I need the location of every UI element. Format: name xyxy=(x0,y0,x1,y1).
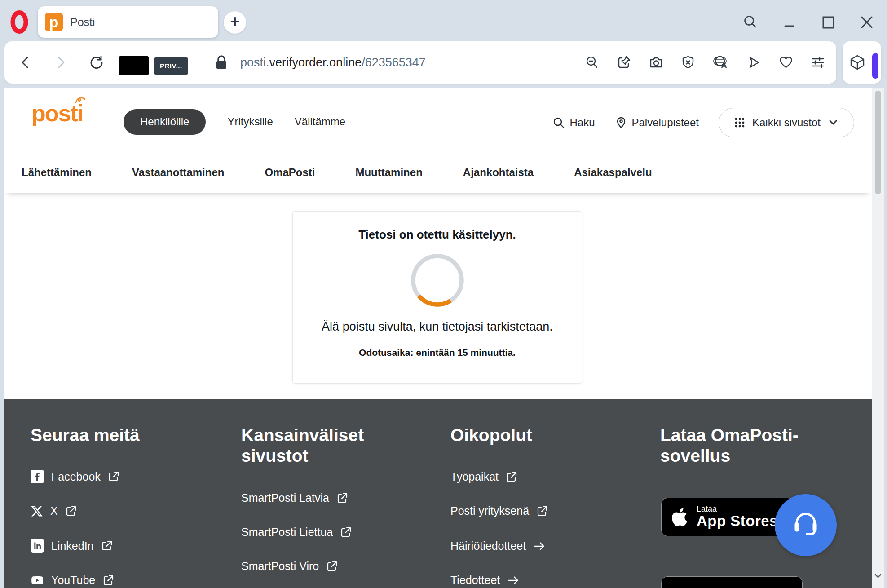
footer-link-linkedin[interactable]: LinkedIn xyxy=(31,539,113,553)
nav-muuttaminen[interactable]: Muuttaminen xyxy=(355,166,422,179)
site-footer: Seuraa meitä Kansainväliset sivustot Oik… xyxy=(4,399,872,588)
new-tab-button[interactable]: + xyxy=(224,11,246,34)
facebook-icon xyxy=(31,470,44,483)
reload-icon[interactable] xyxy=(88,54,105,71)
footer-link-posti-yrityksena[interactable]: Posti yrityksenä xyxy=(450,504,548,517)
nav-omaposti[interactable]: OmaPosti xyxy=(265,166,315,179)
arrow-right-icon xyxy=(507,575,520,586)
search-link[interactable]: Haku xyxy=(552,116,595,129)
tab-valitamme[interactable]: Välitämme xyxy=(295,115,345,128)
linkedin-icon xyxy=(31,539,44,553)
opera-window: { "browser": { "tab": { "title": "Posti"… xyxy=(0,0,887,588)
x-label: X xyxy=(50,504,58,517)
site-header: posti Henkilöille Yrityksille Välitämme … xyxy=(4,88,872,193)
footer-heading-app: Lataa OmaPosti-sovellus xyxy=(660,425,822,466)
flow-send-icon[interactable] xyxy=(746,55,761,70)
shield-blocked-icon[interactable] xyxy=(680,55,696,70)
tab-yrityksille[interactable]: Yrityksille xyxy=(227,115,273,128)
external-link-icon xyxy=(108,471,119,482)
appstore-large-text: App Stores xyxy=(697,513,778,529)
linkedin-label: LinkedIn xyxy=(51,539,94,553)
sidebar-panel-box xyxy=(843,41,881,84)
scrollbar-down-arrow[interactable] xyxy=(874,573,882,579)
tiedotteet-label: Tiedotteet xyxy=(450,574,500,587)
external-link-icon xyxy=(536,505,548,517)
chat-support-button[interactable] xyxy=(775,494,837,556)
nav-lahettaminen[interactable]: Lähettäminen xyxy=(22,166,92,179)
footer-link-smartposti-viro[interactable]: SmartPosti Viro xyxy=(241,560,338,573)
hairiotiedotteet-label: Häiriötiedotteet xyxy=(450,539,526,553)
browser-tab[interactable]: p Posti xyxy=(38,6,218,38)
processing-warning: Älä poistu sivulta, kun tietojasi tarkis… xyxy=(293,320,582,334)
footer-link-smartposti-latvia[interactable]: SmartPosti Latvia xyxy=(241,491,348,504)
posti-favicon-icon: p xyxy=(45,13,63,31)
youtube-icon xyxy=(31,575,44,586)
service-points-link[interactable]: Palvelupisteet xyxy=(615,116,699,129)
translate-globe-icon[interactable] xyxy=(713,55,728,70)
address-url[interactable]: posti.verifyorder.online/623565347 xyxy=(240,41,426,84)
processing-wait-time: Odotusaika: enintään 15 minuuttia. xyxy=(293,347,582,358)
footer-link-hairiotiedotteet[interactable]: Häiriötiedotteet xyxy=(450,539,546,553)
extensions-cube-icon[interactable] xyxy=(849,54,866,71)
easy-setup-sliders-icon[interactable] xyxy=(810,55,825,70)
facebook-label: Facebook xyxy=(51,470,101,483)
footer-link-x[interactable]: X xyxy=(31,504,77,517)
search-icon xyxy=(552,116,565,129)
page-scrollbar[interactable] xyxy=(872,88,884,588)
maximize-button[interactable] xyxy=(818,13,838,32)
favorites-heart-icon[interactable] xyxy=(778,55,794,70)
processing-title: Tietosi on otettu käsittelyyn. xyxy=(293,228,582,242)
tab-title: Posti xyxy=(70,16,95,29)
arrow-right-icon xyxy=(533,540,546,552)
minimize-button[interactable] xyxy=(779,13,799,32)
opera-logo-icon[interactable] xyxy=(9,10,30,34)
search-label: Haku xyxy=(569,116,595,129)
service-points-label: Palvelupisteet xyxy=(632,116,699,129)
smartposti-latvia-label: SmartPosti Latvia xyxy=(241,491,329,504)
footer-link-tyopaikat[interactable]: Työpaikat xyxy=(450,470,517,483)
nav-ajankohtaista[interactable]: Ajankohtaista xyxy=(463,166,534,179)
posti-logo-swirl-icon xyxy=(75,96,86,104)
posti-logo[interactable]: posti xyxy=(31,102,83,125)
pin-page-icon[interactable] xyxy=(616,55,631,70)
redacted-extension-area xyxy=(119,56,149,75)
url-path: /623565347 xyxy=(362,56,426,70)
page-viewport: posti Henkilöille Yrityksille Välitämme … xyxy=(4,88,872,588)
headset-icon xyxy=(790,509,822,541)
youtube-label: YouTube xyxy=(51,574,95,587)
forward-icon[interactable] xyxy=(53,55,68,70)
footer-link-youtube[interactable]: YouTube xyxy=(31,574,114,587)
scrollbar-thumb[interactable] xyxy=(875,91,881,194)
grid-icon xyxy=(734,117,745,128)
sidebar-accent-pill[interactable] xyxy=(872,53,878,79)
google-play-badge[interactable]: LATAA SE xyxy=(661,576,803,588)
footer-link-smartposti-liettua[interactable]: SmartPosti Liettua xyxy=(241,526,352,539)
tab-henkiloille[interactable]: Henkilöille xyxy=(124,109,206,135)
all-sites-label: Kaikki sivustot xyxy=(752,116,821,129)
footer-link-facebook[interactable]: Facebook xyxy=(31,470,119,483)
zoom-out-icon[interactable] xyxy=(584,55,600,70)
snapshot-camera-icon[interactable] xyxy=(649,55,664,70)
private-mode-badge: PRIV... xyxy=(154,57,188,75)
external-link-icon xyxy=(340,526,352,538)
back-icon[interactable] xyxy=(18,55,33,70)
chevron-down-icon xyxy=(828,117,838,128)
main-content: Tietosi on otettu käsittelyyn. Älä poist… xyxy=(4,193,872,399)
lock-icon[interactable] xyxy=(214,54,229,71)
all-sites-button[interactable]: Kaikki sivustot xyxy=(719,108,854,137)
url-domain: verifyorder.online xyxy=(269,56,362,70)
smartposti-liettua-label: SmartPosti Liettua xyxy=(241,526,333,539)
tab-search-icon[interactable] xyxy=(741,13,760,32)
close-button[interactable] xyxy=(857,13,877,32)
url-subdomain: posti. xyxy=(240,56,269,70)
footer-link-tiedotteet[interactable]: Tiedotteet xyxy=(450,574,520,587)
app-store-badge[interactable]: Lataa App Stores xyxy=(661,498,794,536)
nav-asiakaspalvelu[interactable]: Asiakaspalvelu xyxy=(574,166,652,179)
footer-heading-follow: Seuraa meitä xyxy=(31,425,140,446)
audience-tabs: Henkilöille Yrityksille Välitämme xyxy=(124,108,345,136)
x-icon xyxy=(31,505,43,517)
external-link-icon xyxy=(102,575,114,586)
google-play-icon xyxy=(672,586,691,588)
loading-spinner xyxy=(408,251,467,310)
nav-vastaanottaminen[interactable]: Vastaanottaminen xyxy=(132,166,224,179)
